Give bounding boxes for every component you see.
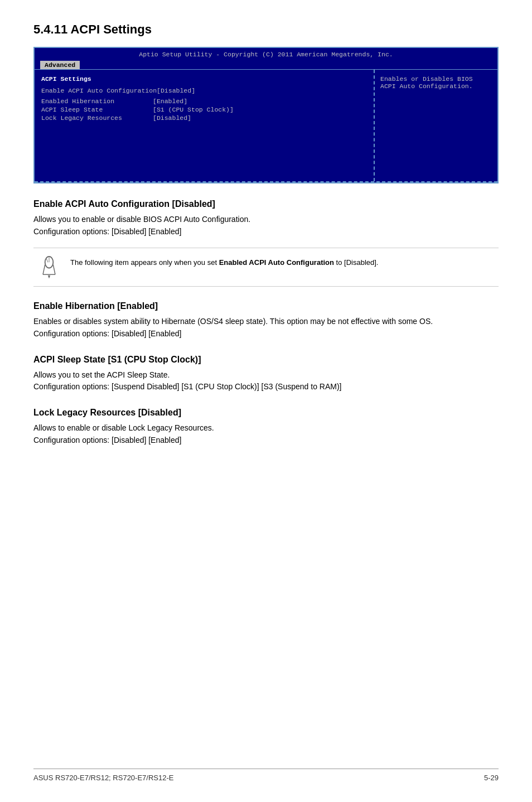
note-text: The following item appears only when you… bbox=[70, 255, 378, 268]
section-enable-acpi: Enable ACPI Auto Configuration [Disabled… bbox=[33, 199, 499, 287]
section-enable-hibernation: Enable Hibernation [Enabled] Enables or … bbox=[33, 301, 499, 340]
bios-label-hibernation: Enabled Hibernation bbox=[41, 98, 153, 105]
section-heading-hibernation: Enable Hibernation [Enabled] bbox=[33, 301, 499, 311]
section-acpi-sleep-state: ACPI Sleep State [S1 (CPU Stop Clock)] A… bbox=[33, 355, 499, 393]
note-text-after: to [Disabled]. bbox=[334, 258, 379, 267]
bios-label-enable-acpi: Enable ACPI Auto Configuration bbox=[41, 87, 157, 94]
section-body-sleep-state: Allows you to set the ACPI Sleep State. … bbox=[33, 369, 499, 393]
svg-line-2 bbox=[53, 265, 55, 275]
svg-line-1 bbox=[43, 265, 45, 275]
section-heading-sleep-state: ACPI Sleep State [S1 (CPU Stop Clock)] bbox=[33, 355, 499, 365]
page-title: 5.4.11 ACPI Settings bbox=[33, 22, 499, 37]
bios-value-lock-legacy: [Disabled] bbox=[153, 114, 191, 122]
bios-row-enable-acpi: Enable ACPI Auto Configuration [Disabled… bbox=[41, 87, 367, 94]
bios-group: Enabled Hibernation [Enabled] ACPI Sleep… bbox=[41, 98, 367, 122]
bios-value-sleep-state: [S1 (CPU Stop Clock)] bbox=[153, 106, 234, 113]
page-footer: ASUS RS720-E7/RS12; RS720-E7/RS12-E 5-29 bbox=[33, 769, 499, 782]
note-text-before: The following item appears only when you… bbox=[70, 258, 219, 267]
bios-main: ACPI Settings Enable ACPI Auto Configura… bbox=[35, 70, 375, 181]
footer-left: ASUS RS720-E7/RS12; RS720-E7/RS12-E bbox=[33, 774, 173, 782]
bios-divider bbox=[35, 181, 497, 182]
bios-header: Aptio Setup Utility - Copyright (C) 2011… bbox=[35, 48, 497, 60]
bios-screen: Aptio Setup Utility - Copyright (C) 2011… bbox=[33, 47, 499, 183]
note-box: The following item appears only when you… bbox=[33, 248, 499, 287]
bios-label-sleep-state: ACPI Sleep State bbox=[41, 106, 153, 113]
bios-row-lock-legacy: Lock Legacy Resources [Disabled] bbox=[41, 114, 367, 122]
bios-sidebar: Enables or Disables BIOS ACPI Auto Confi… bbox=[375, 70, 497, 181]
section-body-enable-acpi: Allows you to enable or disable BIOS ACP… bbox=[33, 214, 499, 238]
bios-tabs: Advanced bbox=[35, 60, 497, 69]
note-bold-text: Enabled ACPI Auto Configuration bbox=[219, 258, 334, 267]
bios-tab-advanced[interactable]: Advanced bbox=[40, 61, 80, 69]
bios-body: ACPI Settings Enable ACPI Auto Configura… bbox=[35, 69, 497, 181]
bios-value-enable-acpi: [Disabled] bbox=[157, 87, 195, 94]
bios-label-lock-legacy: Lock Legacy Resources bbox=[41, 114, 153, 122]
footer-right: 5-29 bbox=[484, 774, 499, 782]
section-body-lock-legacy: Allows to enable or disable Lock Legacy … bbox=[33, 422, 499, 446]
section-heading-lock-legacy: Lock Legacy Resources [Disabled] bbox=[33, 408, 499, 418]
section-heading-enable-acpi: Enable ACPI Auto Configuration [Disabled… bbox=[33, 199, 499, 209]
bios-row-sleep-state: ACPI Sleep State [S1 (CPU Stop Clock)] bbox=[41, 106, 367, 113]
section-body-hibernation: Enables or disables system ability to Hi… bbox=[33, 316, 499, 340]
note-icon bbox=[33, 255, 62, 279]
bios-row-hibernation: Enabled Hibernation [Enabled] bbox=[41, 98, 367, 105]
bios-value-hibernation: [Enabled] bbox=[153, 98, 187, 105]
svg-marker-6 bbox=[48, 276, 50, 279]
svg-line-4 bbox=[46, 258, 48, 262]
bios-section-title: ACPI Settings bbox=[41, 75, 367, 83]
bios-sidebar-text: Enables or Disables BIOS ACPI Auto Confi… bbox=[380, 75, 473, 90]
section-lock-legacy: Lock Legacy Resources [Disabled] Allows … bbox=[33, 408, 499, 446]
